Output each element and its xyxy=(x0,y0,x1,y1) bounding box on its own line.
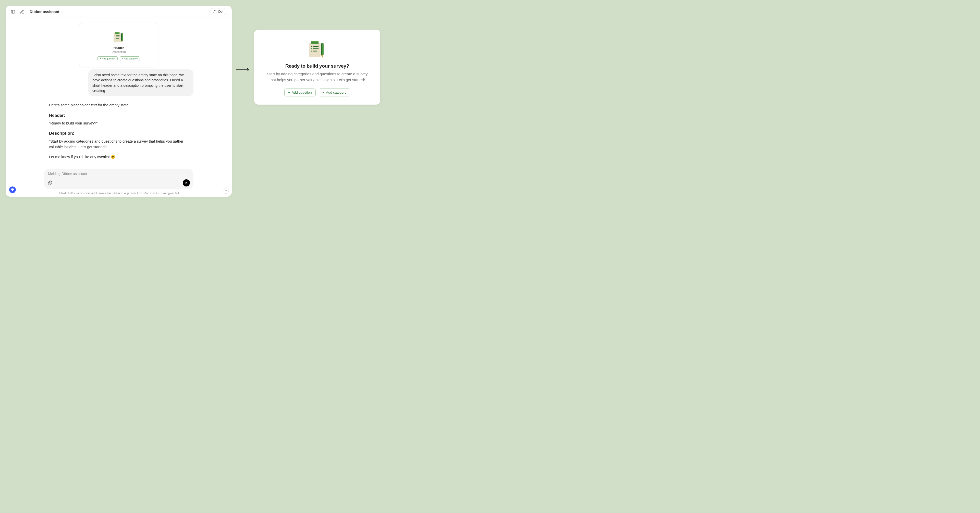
message-input[interactable]: Melding Dibber assistant xyxy=(44,168,193,189)
assistant-description-value: "Start by adding categories and question… xyxy=(49,138,188,150)
result-empty-state-card: Ready to build your survey? Start by add… xyxy=(254,30,380,105)
message-placeholder: Melding Dibber assistant xyxy=(48,172,190,176)
assistant-header-label: Header: xyxy=(49,112,188,119)
svg-rect-33 xyxy=(322,43,324,55)
brand-badge[interactable] xyxy=(9,186,16,193)
assistant-message: Here's some placeholder text for the emp… xyxy=(16,102,221,160)
svg-rect-25 xyxy=(311,42,319,43)
share-icon xyxy=(213,10,217,14)
share-button[interactable]: Del xyxy=(209,8,227,15)
chat-title: Dibber assistant xyxy=(30,10,59,14)
result-header: Ready to build your survey? xyxy=(264,63,371,69)
embedded-empty-state-card: Header Description +Add question +Add ca… xyxy=(79,23,158,67)
svg-rect-0 xyxy=(11,10,15,13)
help-button[interactable]: ? xyxy=(224,189,229,194)
clipboard-icon xyxy=(84,32,153,43)
svg-rect-3 xyxy=(114,33,121,42)
embedded-add-question-button: +Add question xyxy=(97,56,118,61)
chat-title-dropdown[interactable]: Dibber assistant xyxy=(30,10,64,14)
svg-rect-5 xyxy=(115,33,119,34)
voice-button[interactable] xyxy=(183,179,190,186)
add-question-button[interactable]: + Add question xyxy=(284,89,316,97)
disclaimer-text: Unfold chatter i arbeidsområdet brukes i… xyxy=(6,191,232,197)
assistant-description-label: Description: xyxy=(49,130,188,137)
chevron-down-icon xyxy=(61,10,64,13)
share-label: Del xyxy=(218,10,223,14)
result-description: Start by adding categories and questions… xyxy=(264,71,371,83)
chat-panel: Dibber assistant Del xyxy=(6,6,232,197)
svg-marker-34 xyxy=(321,55,324,58)
assistant-header-value: "Ready to build your survey?" xyxy=(49,121,188,126)
sidebar-toggle-icon[interactable] xyxy=(10,9,16,14)
add-category-label: Add category xyxy=(326,91,347,94)
add-category-button[interactable]: + Add category xyxy=(319,89,350,97)
attach-button[interactable] xyxy=(48,180,52,186)
plus-icon: + xyxy=(288,91,290,94)
chat-header: Dibber assistant Del xyxy=(6,6,232,18)
waveform-icon xyxy=(184,181,188,185)
clipboard-icon xyxy=(264,41,371,59)
assistant-outro: Let me know if you'd like any tweaks! 😊 xyxy=(49,154,188,160)
embedded-add-category-button: +Add category xyxy=(120,56,140,61)
assistant-intro: Here's some placeholder text for the emp… xyxy=(49,102,188,108)
diamond-icon xyxy=(11,188,14,192)
add-question-label: Add question xyxy=(292,91,312,94)
svg-rect-13 xyxy=(122,33,123,41)
embedded-header: Header xyxy=(84,46,153,50)
svg-marker-14 xyxy=(121,41,123,43)
plus-icon: + xyxy=(323,91,325,94)
user-message: I also need some text for the empty stat… xyxy=(88,69,193,96)
new-chat-icon[interactable] xyxy=(19,9,25,14)
chat-body: Header Description +Add question +Add ca… xyxy=(6,18,232,164)
svg-rect-23 xyxy=(309,43,321,57)
embedded-description: Description xyxy=(84,50,153,53)
arrow-icon xyxy=(236,68,250,71)
